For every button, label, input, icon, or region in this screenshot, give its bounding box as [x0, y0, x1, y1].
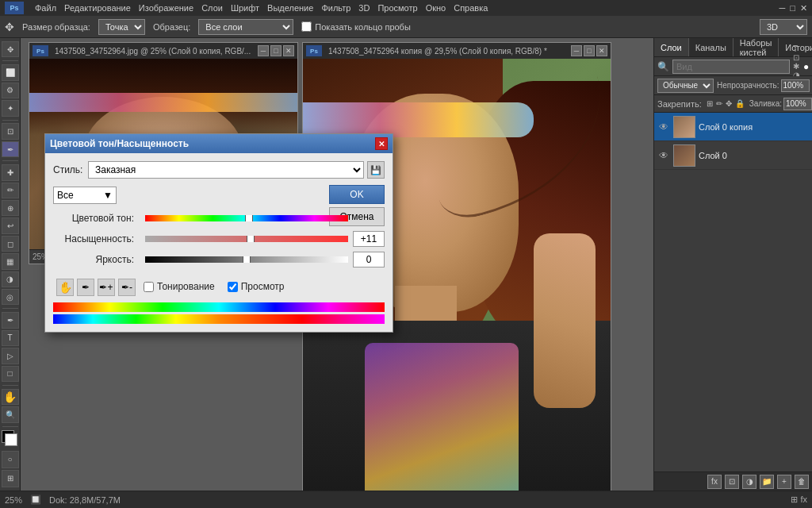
layer-copy-eye[interactable]: 👁	[657, 121, 670, 133]
sample-select[interactable]: Все слои	[198, 19, 293, 35]
move-tool[interactable]: ✥	[2, 41, 19, 57]
brush-tool[interactable]: ✏	[2, 183, 19, 198]
restore-btn[interactable]: □	[790, 3, 795, 13]
menu-layers[interactable]: Слои	[201, 3, 223, 13]
channel-dropdown[interactable]: Все ▼	[53, 187, 117, 204]
dialog-close-btn[interactable]: ✕	[375, 137, 388, 150]
show-ring-checkbox[interactable]	[301, 21, 312, 32]
eyedropper-add-tool[interactable]: ✒+	[98, 279, 115, 296]
tools-checkboxes-row: ✋ ✒ ✒+ ✒- Тонирование Просмотр	[53, 274, 385, 296]
saturation-thumb[interactable]	[247, 236, 255, 242]
style-select[interactable]: Заказная	[88, 161, 364, 179]
doc1-minimize[interactable]: ─	[258, 45, 269, 56]
layer-item-copy[interactable]: 👁 Слой 0 копия	[654, 113, 812, 141]
menu-help[interactable]: Справка	[454, 3, 488, 13]
wand-tool[interactable]: ✦	[2, 100, 19, 116]
lasso-tool[interactable]: ⚙	[2, 83, 19, 98]
preview-label: Просмотр	[241, 281, 285, 292]
gradient-tool[interactable]: ▦	[2, 253, 19, 269]
saturation-track	[145, 236, 348, 242]
hue-thumb[interactable]	[245, 215, 253, 221]
modified-spectrum-bar	[53, 314, 385, 324]
layer-copy-thumb	[673, 116, 695, 138]
minimize-btn[interactable]: ─	[779, 3, 786, 13]
opacity-input[interactable]	[781, 79, 810, 92]
marquee-tool[interactable]: ⬜	[2, 64, 19, 80]
blend-mode-select[interactable]: Обычные	[657, 79, 714, 93]
eraser-tool[interactable]: ◻	[2, 236, 19, 252]
fill-input[interactable]	[783, 98, 812, 110]
healing-tool[interactable]: ✚	[2, 164, 19, 180]
doc1-restore[interactable]: □	[270, 45, 282, 56]
lock-position-icon[interactable]: ✥	[726, 99, 732, 108]
filter-toggle[interactable]: ●	[803, 61, 809, 72]
fx-button[interactable]: fx	[707, 475, 722, 489]
size-select[interactable]: Точка	[98, 19, 145, 35]
tab-layers[interactable]: Слои	[654, 38, 689, 56]
toning-checkbox[interactable]	[144, 282, 154, 292]
eyedropper-tool-dialog[interactable]: ✒	[77, 279, 94, 296]
status-zoom: 25%	[5, 495, 22, 505]
menu-view[interactable]: Просмотр	[377, 3, 417, 13]
screen-mode-tool[interactable]: ⊞	[2, 470, 19, 487]
menu-edit[interactable]: Редактирование	[64, 3, 131, 13]
doc2-restore[interactable]: □	[584, 45, 595, 56]
checkboxes-row: Тонирование Просмотр	[136, 281, 284, 292]
lock-all-icon[interactable]: 🔒	[735, 99, 745, 108]
preview-checkbox-label[interactable]: Просмотр	[228, 281, 285, 292]
status-doc-info: Dok: 28,8M/57,7M	[49, 495, 121, 505]
foreground-color[interactable]	[2, 430, 19, 446]
doc2-close[interactable]: ✕	[596, 45, 607, 56]
hand-tool-dialog[interactable]: ✋	[56, 279, 74, 296]
close-btn[interactable]: ✕	[800, 3, 807, 13]
hand-tool[interactable]: ✋	[2, 389, 19, 405]
zoom-tool[interactable]: 🔍	[2, 406, 19, 422]
style-save-btn[interactable]: 💾	[367, 161, 385, 179]
history-brush-tool[interactable]: ↩	[2, 217, 19, 233]
menu-type[interactable]: Шрифт	[231, 3, 259, 13]
crop-tool[interactable]: ⊡	[2, 123, 19, 139]
delete-layer-btn[interactable]: 🗑	[795, 475, 809, 489]
eyedropper-tool[interactable]: ✒	[2, 141, 19, 157]
menu-3d[interactable]: 3D	[358, 3, 370, 13]
hue-track	[145, 215, 348, 221]
adjustment-btn[interactable]: ◑	[742, 475, 756, 489]
new-layer-btn[interactable]: +	[777, 475, 791, 489]
layer-item-base[interactable]: 👁 Слой 0	[654, 141, 812, 170]
quick-mask-tool[interactable]: ○	[2, 451, 19, 468]
ok-button[interactable]: OK	[329, 185, 385, 204]
dialog-title: Цветовой тон/Насыщенность	[50, 138, 189, 149]
3d-select[interactable]: 3D	[760, 19, 807, 35]
brightness-value[interactable]: 0	[353, 252, 385, 267]
preview-checkbox[interactable]	[228, 282, 238, 292]
brightness-thumb[interactable]	[243, 256, 251, 263]
dodge-tool[interactable]: ◎	[2, 289, 19, 305]
doc2-minimize[interactable]: ─	[571, 45, 582, 56]
left-toolbar: ✥ ⬜ ⚙ ✦ ⊡ ✒ ✚ ✏ ⊕ ↩ ◻ ▦ ◑ ◎ ✒ T ▷ □ ✋ 🔍 …	[0, 38, 21, 491]
eyedropper-sub-tool[interactable]: ✒-	[118, 279, 136, 296]
menu-window[interactable]: Окно	[426, 3, 446, 13]
layer-base-eye[interactable]: 👁	[657, 149, 670, 162]
type-tool[interactable]: T	[2, 330, 19, 346]
group-btn[interactable]: 📁	[760, 475, 774, 489]
path-tool[interactable]: ▷	[2, 348, 19, 364]
lock-transparent-icon[interactable]: ⊞	[707, 99, 713, 108]
layer-search-input[interactable]	[672, 60, 790, 74]
doc1-close[interactable]: ✕	[283, 45, 294, 56]
blur-tool[interactable]: ◑	[2, 271, 19, 287]
lock-pixels-icon[interactable]: ✏	[716, 99, 722, 108]
menu-filter[interactable]: Фильтр	[321, 3, 350, 13]
shape-tool[interactable]: □	[2, 366, 19, 382]
tab-brushes[interactable]: Наборы кистей	[733, 38, 779, 56]
pen-tool[interactable]: ✒	[2, 312, 19, 328]
menu-select[interactable]: Выделение	[267, 3, 313, 13]
panel-tabs: Слои Каналы Наборы кистей История ≡	[654, 38, 812, 57]
menu-image[interactable]: Изображение	[139, 3, 193, 13]
menu-file[interactable]: Файл	[35, 3, 56, 13]
toning-checkbox-label[interactable]: Тонирование	[144, 281, 215, 292]
clone-tool[interactable]: ⊕	[2, 200, 19, 216]
tab-channels[interactable]: Каналы	[689, 38, 733, 56]
add-mask-btn[interactable]: ⊡	[725, 475, 739, 489]
fill-label: Заливка:	[749, 99, 782, 108]
saturation-value[interactable]: +11	[353, 231, 385, 247]
